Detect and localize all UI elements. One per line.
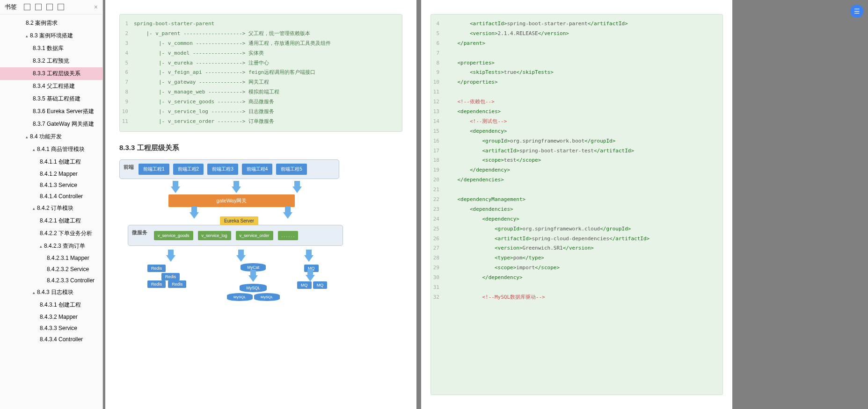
- frontend-boxes: 前端工程1前端工程2前端工程3前端工程4前端工程5: [139, 164, 307, 175]
- bookmarks-sidebar: 书签 × 8.2 案例需求8.3 案例环境搭建8.3.1 数据库8.3.2 工程…: [0, 0, 103, 409]
- arrow-icon: [248, 275, 258, 282]
- bookmark-icon[interactable]: [58, 4, 64, 10]
- close-icon[interactable]: ×: [94, 3, 98, 11]
- service-boxes: v_service_goodsv_service_logv_service_or…: [154, 231, 298, 240]
- project-structure-code: 1spring-boot-starter-parent2 |- v_parent…: [119, 14, 402, 132]
- bookmark-item[interactable]: 8.3.2 工程预览: [0, 55, 102, 67]
- arrow-icon: [306, 275, 315, 281]
- expand-icon[interactable]: [24, 4, 30, 10]
- collapse-icon[interactable]: [35, 4, 42, 10]
- bookmark-item[interactable]: 8.4.2.3.3 Controller: [0, 275, 102, 286]
- bookmark-item[interactable]: 8.4.2 订单模块: [0, 202, 102, 215]
- section-heading: 8.3.3 工程层级关系: [119, 144, 402, 152]
- arrow-icon: [283, 212, 292, 219]
- arrow-icon: [171, 187, 180, 193]
- bookmark-item[interactable]: 8.4.3 日志模块: [0, 286, 102, 299]
- microservice-layer: 微服务 v_service_goodsv_service_logv_servic…: [128, 225, 343, 246]
- bookmark-item[interactable]: 8.4.1.1 创建工程: [0, 156, 102, 168]
- bookmark-item[interactable]: 8.4.3.2 Mapper: [0, 311, 102, 323]
- float-action-icon[interactable]: ☰: [850, 5, 863, 18]
- arrow-icon: [190, 212, 199, 219]
- arrow-icon: [232, 187, 241, 193]
- bookmark-item[interactable]: 8.4 功能开发: [0, 130, 102, 143]
- bookmark-item[interactable]: 8.4.1.4 Controller: [0, 191, 102, 202]
- mq-cluster: MQ MQ MQ: [297, 265, 327, 289]
- arrow-icon: [292, 187, 302, 193]
- bookmark-item[interactable]: 8.2 案例需求: [0, 17, 102, 29]
- bookmark-item[interactable]: 8.4.2.3 查询订单: [0, 240, 102, 252]
- frontend-box: 前端工程2: [173, 164, 204, 175]
- arrow-icon: [166, 255, 175, 262]
- bookmark-item[interactable]: 8.4.3.1 创建工程: [0, 299, 102, 311]
- bookmark-item[interactable]: 8.4.1.3 Service: [0, 179, 102, 191]
- frontend-box: 前端工程1: [139, 164, 169, 175]
- redis-cluster: Redis Redis Redis Redis: [147, 265, 186, 288]
- service-box: v_service_order: [236, 231, 273, 240]
- page-left: 1spring-boot-starter-parent2 |- v_parent…: [105, 0, 416, 409]
- architecture-diagram: 前端 前端工程1前端工程2前端工程3前端工程4前端工程5 gateWay网关 E…: [119, 159, 344, 309]
- bookmark-item[interactable]: 8.4.1 商品管理模块: [0, 143, 102, 156]
- bookmark-item[interactable]: 8.3.7 GateWay 网关搭建: [0, 118, 102, 130]
- eureka-box: Eureka Server: [220, 216, 258, 225]
- gateway-box: gateWay网关: [168, 194, 295, 207]
- bookmark-item[interactable]: 8.4.3.4 Controller: [0, 334, 102, 345]
- service-box: v_service_goods: [154, 231, 193, 240]
- service-box: . . . . . .: [278, 231, 299, 240]
- sidebar-header: 书签 ×: [0, 0, 102, 14]
- service-box: v_service_log: [198, 231, 231, 240]
- bookmark-item[interactable]: 8.3.3 工程层级关系: [0, 67, 102, 80]
- sidebar-toolbar: [24, 4, 64, 10]
- arrow-icon: [304, 255, 314, 262]
- sidebar-title: 书签: [5, 3, 17, 11]
- bookmark-item[interactable]: 8.4.3.3 Service: [0, 323, 102, 334]
- bookmark-item[interactable]: 8.4.2.3.1 Mapper: [0, 252, 102, 264]
- bookmark-item[interactable]: 8.3.4 父工程搭建: [0, 80, 102, 93]
- frontend-box: 前端工程5: [276, 164, 307, 175]
- bookmark-item[interactable]: 8.3 案例环境搭建: [0, 29, 102, 42]
- pom-xml-code: 4 <artifactId>spring-boot-starter-parent…: [430, 14, 723, 395]
- frontend-layer: 前端 前端工程1前端工程2前端工程3前端工程4前端工程5: [119, 159, 339, 179]
- bookmark-item[interactable]: 8.4.1.2 Mapper: [0, 168, 102, 179]
- page-right: 4 <artifactId>spring-boot-starter-parent…: [421, 0, 732, 409]
- document-viewport: 1spring-boot-starter-parent2 |- v_parent…: [103, 0, 868, 409]
- bookmark-item[interactable]: 8.4.2.2 下单业务分析: [0, 227, 102, 240]
- bookmark-item[interactable]: 8.3.1 数据库: [0, 42, 102, 55]
- frontend-box: 前端工程3: [207, 164, 238, 175]
- bookmark-item[interactable]: 8.4.2.3.2 Service: [0, 264, 102, 275]
- arrow-icon: [236, 255, 246, 262]
- bookmark-item[interactable]: 8.3.6 Eureka Server搭建: [0, 105, 102, 118]
- frontend-box: 前端工程4: [242, 164, 273, 175]
- bookmark-item[interactable]: 8.3.5 基础工程搭建: [0, 93, 102, 105]
- bookmark-item[interactable]: 8.4.2.1 创建工程: [0, 215, 102, 227]
- bookmark-tree[interactable]: 8.2 案例需求8.3 案例环境搭建8.3.1 数据库8.3.2 工程预览8.3…: [0, 14, 102, 409]
- mycat-cluster: MyCat MySQL MySQL MySQL: [227, 263, 280, 301]
- add-bookmark-icon[interactable]: [46, 4, 53, 10]
